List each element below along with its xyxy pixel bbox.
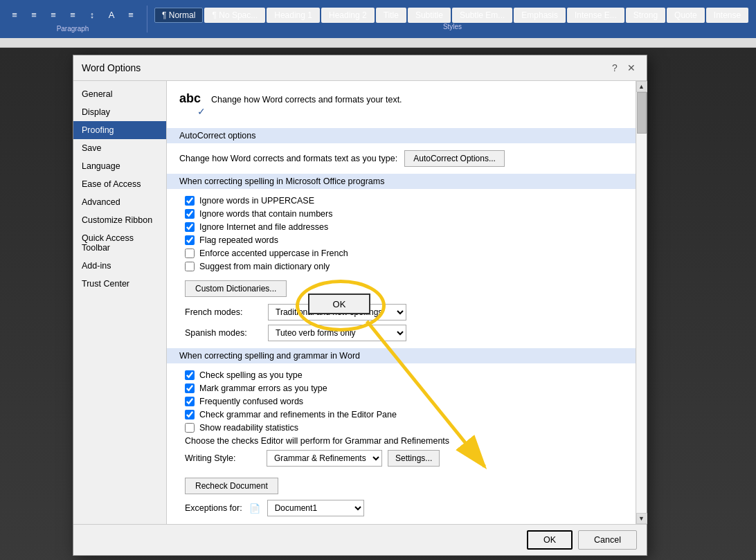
checkbox-ignore-numbers-input[interactable] [185,209,195,219]
writing-style-label: Writing Style: [185,453,261,463]
abc-icon: abc ✓ [179,92,204,117]
ok-button-footer[interactable]: OK [527,530,573,550]
french-modes-label: French modes: [185,307,261,317]
bullets-icon[interactable]: ≡ [122,6,140,24]
custom-dictionaries-button[interactable]: Custom Dictionaries... [185,280,287,297]
checkbox-flag-repeated-input[interactable] [185,235,195,245]
checkbox-check-spelling: Check spelling as you type [179,370,623,380]
style-heading2[interactable]: Heading 2 [321,8,375,23]
checkbox-show-readability-label: Show readability statistics [199,423,298,433]
checkbox-check-grammar: Check grammar and refinements in the Edi… [179,410,623,419]
checkbox-check-spelling-label: Check spelling as you type [199,370,303,380]
checkbox-ignore-internet-input[interactable] [185,222,195,232]
ok-highlighted-button[interactable]: OK [308,293,370,314]
style-normal[interactable]: ¶ Normal [154,8,203,23]
checkmark-icon: ✓ [197,106,206,117]
checkbox-flag-repeated: Flag repeated words [179,235,623,245]
checkbox-check-grammar-label: Check grammar and refinements in the Edi… [199,410,397,419]
dialog-main-content: abc ✓ Change how Word corrects and forma… [167,81,636,524]
abc-text: abc [179,92,204,105]
settings-button[interactable]: Settings... [388,450,440,467]
writing-style-select[interactable]: Grammar & Refinements Grammar Only [267,450,382,467]
checkbox-check-spelling-input[interactable] [185,370,195,380]
dialog-help-button[interactable]: ? [608,61,622,75]
line-spacing-icon[interactable]: ↕ [83,6,101,24]
checkbox-show-readability: Show readability statistics [179,423,623,433]
dialog-sidebar: General Display Proofing Save Language E… [73,81,167,524]
exceptions-row: Exceptions for: 📄 Document1 [179,500,623,516]
checkbox-suggest-main: Suggest from main dictionary only [179,262,623,271]
nav-item-add-ins[interactable]: Add-ins [73,257,166,275]
nav-item-proofing[interactable]: Proofing [73,121,166,139]
checkbox-mark-grammar: Mark grammar errors as you type [179,383,623,393]
nav-item-customize-ribbon[interactable]: Customize Ribbon [73,211,166,229]
ruler-bar [0,38,756,48]
ok-highlight-overlay: OK [308,293,370,314]
content-header: abc ✓ Change how Word corrects and forma… [179,92,623,117]
checkbox-show-readability-input[interactable] [185,423,195,433]
autocorrect-options-button[interactable]: AutoCorrect Options... [404,150,505,167]
header-description: Change how Word corrects and formats you… [211,92,402,105]
color-icon[interactable]: A [102,6,120,24]
cancel-button-footer[interactable]: Cancel [578,530,637,550]
spanish-modes-select[interactable]: Tuteo verb forms only Voseo verb forms o… [268,325,406,341]
checkbox-mark-grammar-label: Mark grammar errors as you type [199,383,327,393]
nav-item-display[interactable]: Display [73,103,166,121]
autocorrect-section-header: AutoCorrect options [167,128,636,143]
autocorrect-change-label: Change how Word corrects and formats tex… [179,154,397,163]
style-strong[interactable]: Strong [626,8,665,23]
scroll-up-arrow[interactable]: ▲ [636,81,647,92]
checkbox-suggest-main-label: Suggest from main dictionary only [199,262,330,271]
scroll-down-arrow[interactable]: ▼ [636,513,647,524]
checkbox-ignore-uppercase-input[interactable] [185,196,195,206]
style-title[interactable]: Title [376,8,406,23]
checkbox-freq-confused: Frequently confused words [179,397,623,406]
checkbox-ignore-numbers: Ignore words that contain numbers [179,209,623,219]
styles-items: ¶ Normal ¶ No Spac... Heading 1 Heading … [154,8,750,23]
checkbox-ignore-numbers-label: Ignore words that contain numbers [199,209,332,219]
style-emphasis[interactable]: Emphasis [514,8,566,23]
dialog-title-bar: Word Options ? ✕ [73,55,647,81]
checkbox-ignore-internet: Ignore Internet and file addresses [179,222,623,232]
french-modes-row: French modes: Traditional and new spelli… [179,304,623,320]
nav-item-general[interactable]: General [73,85,166,103]
nav-item-ease-of-access[interactable]: Ease of Access [73,175,166,193]
autocorrect-row: Change how Word corrects and formats tex… [179,150,623,167]
style-quote[interactable]: Quote [667,8,705,23]
style-subtle-em[interactable]: Subtle Em... [452,8,512,23]
spelling-ms-section-header: When correcting spelling in Microsoft Of… [167,174,636,189]
nav-item-advanced[interactable]: Advanced [73,193,166,211]
nav-item-save[interactable]: Save [73,139,166,157]
checkbox-mark-grammar-input[interactable] [185,383,195,393]
paragraph-label: Paragraph [57,25,89,33]
exceptions-doc-icon: 📄 [249,503,260,514]
checkbox-enforce-french-input[interactable] [185,249,195,258]
align-left-icon[interactable]: ≡ [6,6,24,24]
dialog-title-controls: ? ✕ [608,61,638,75]
exceptions-select[interactable]: Document1 [267,500,364,516]
checkbox-ignore-internet-label: Ignore Internet and file addresses [199,222,328,232]
align-right-icon[interactable]: ≡ [44,6,62,24]
justify-icon[interactable]: ≡ [64,6,82,24]
dialog-close-button[interactable]: ✕ [624,61,638,75]
checkbox-enforce-french-label: Enforce accented uppercase in French [199,249,348,258]
align-center-icon[interactable]: ≡ [25,6,43,24]
checkbox-ignore-uppercase: Ignore words in UPPERCASE [179,196,623,206]
checkbox-freq-confused-input[interactable] [185,397,195,406]
nav-item-quick-access[interactable]: Quick Access Toolbar [73,229,166,257]
dialog-footer: OK Cancel [73,524,647,555]
style-intense-e[interactable]: Intense E... [567,8,624,23]
choose-checks-label: Choose the checks Editor will perform fo… [185,436,449,446]
checkbox-ignore-uppercase-label: Ignore words in UPPERCASE [199,196,314,206]
nav-item-language[interactable]: Language [73,157,166,175]
checkbox-check-grammar-input[interactable] [185,410,195,419]
style-subtitle[interactable]: Subtitle [408,8,451,23]
nav-item-trust-center[interactable]: Trust Center [73,275,166,293]
style-heading1[interactable]: Heading 1 [267,8,320,23]
style-no-spacing[interactable]: ¶ No Spac... [204,8,265,23]
scroll-thumb[interactable] [637,92,647,134]
checkbox-suggest-main-input[interactable] [185,262,195,271]
style-intense[interactable]: Intense [706,8,748,23]
recheck-document-button[interactable]: Recheck Document [185,478,278,494]
spanish-modes-label: Spanish modes: [185,328,261,338]
